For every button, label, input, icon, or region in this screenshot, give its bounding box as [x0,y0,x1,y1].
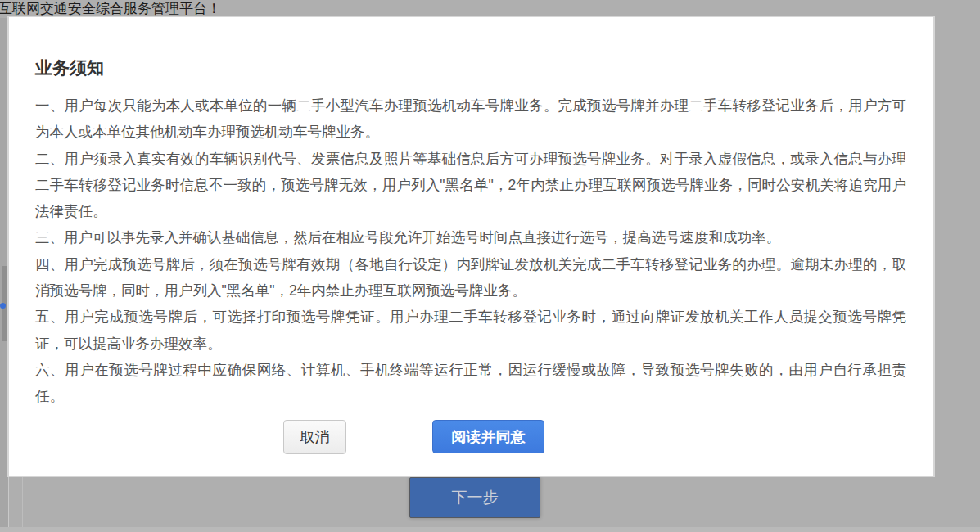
read-and-agree-button[interactable]: 阅读并同意 [432,420,544,453]
notice-paragraph: 五、用户完成预选号牌后，可选择打印预选号牌凭证。用户办理二手车转移登记业务时，通… [35,304,906,357]
next-step-button[interactable]: 下一步 [409,477,540,518]
notice-paragraph: 四、用户完成预选号牌后，须在预选号牌有效期（各地自行设定）内到牌证发放机关完成二… [35,251,906,304]
notice-paragraph: 二、用户须录入真实有效的车辆识别代号、发票信息及照片等基础信息后方可办理预选号牌… [35,146,906,225]
notice-text: 一、用户每次只能为本人或本单位的一辆二手小型汽车办理预选机动车号牌业务。完成预选… [35,92,906,410]
left-scrollbar[interactable] [0,18,9,532]
page-title: 互联网交通安全综合服务管理平台！ [0,0,221,18]
bottom-strip [0,527,980,532]
notice-paragraph: 一、用户每次只能为本人或本单位的一辆二手小型汽车办理预选机动车号牌业务。完成预选… [35,92,906,146]
dialog-title: 业务须知 [35,56,104,79]
notice-paragraph: 三、用户可以事先录入并确认基础信息，然后在相应号段允许开始选号时间点直接进行选号… [35,224,906,250]
business-notice-dialog: 业务须知 一、用户每次只能为本人或本单位的一辆二手小型汽车办理预选机动车号牌业务… [9,17,933,476]
cancel-button[interactable]: 取消 [283,420,346,454]
content-edge-divider [22,476,23,527]
side-widget-dot [0,303,6,309]
notice-paragraph: 六、用户在预选号牌过程中应确保网络、计算机、手机终端等运行正常，因运行缓慢或故障… [35,357,906,410]
page-header: 互联网交通安全综合服务管理平台！ [0,0,980,18]
